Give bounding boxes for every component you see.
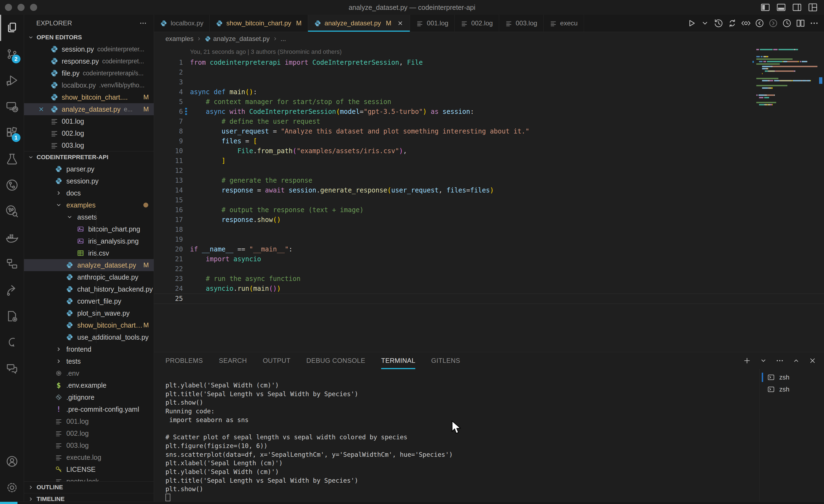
open-editor-item[interactable]: file.pycodeinterpreterapi/s... <box>24 67 154 79</box>
open-editor-item[interactable]: 002.log <box>24 127 154 139</box>
file-item[interactable]: anthropic_claude.py <box>24 271 154 283</box>
file-item[interactable]: convert_file.py <box>24 295 154 307</box>
activity-bar-item-settings[interactable] <box>0 475 24 501</box>
breadcrumb-item[interactable]: examples <box>166 35 194 42</box>
panel-tab-output[interactable]: OUTPUT <box>263 352 291 369</box>
editor-tab[interactable]: show_bitcoin_chart.pyM <box>210 15 308 32</box>
run-dropdown-icon[interactable] <box>700 18 710 28</box>
file-item[interactable]: use_additional_tools.py <box>24 331 154 343</box>
file-item[interactable]: $.env.example <box>24 379 154 391</box>
editor-tab[interactable]: analyze_dataset.pyM <box>308 15 410 32</box>
file-item[interactable]: bitcoin_chart.png <box>24 223 154 235</box>
file-item[interactable]: plot_sin_wave.py <box>24 307 154 319</box>
panel-tab-search[interactable]: SEARCH <box>219 352 247 369</box>
open-editor-item[interactable]: response.pycodeinterpret... <box>24 55 154 67</box>
layout-grid-icon[interactable] <box>808 2 818 13</box>
open-editor-item[interactable]: analyze_dataset.pye...M <box>24 103 154 115</box>
file-item[interactable]: 001.log <box>24 415 154 427</box>
activity-bar-item-explorer[interactable] <box>0 15 24 41</box>
activity-bar-item-docker[interactable] <box>0 224 24 250</box>
terminal-output[interactable]: plt.ylabel('Sepal Width (cm)')plt.title(… <box>154 369 759 502</box>
file-item[interactable]: LICENSE <box>24 463 154 475</box>
editor-tab[interactable]: execu <box>544 15 584 32</box>
editor-tab[interactable]: 001.log <box>410 15 454 32</box>
editor-tab[interactable]: localbox.py <box>154 15 210 32</box>
activity-bar-item-run-and-debug[interactable] <box>0 67 24 93</box>
activity-bar-item-code-runner[interactable] <box>0 303 24 329</box>
sync-changes-icon[interactable] <box>727 18 737 28</box>
close-editor-icon[interactable] <box>38 106 50 113</box>
zoom-window-button[interactable] <box>30 4 37 11</box>
run-button-icon[interactable] <box>687 18 696 28</box>
panel-bottom-icon[interactable] <box>776 2 786 13</box>
terminal-list-item[interactable]: zsh <box>759 383 824 395</box>
activity-bar-item-testing[interactable] <box>0 146 24 172</box>
close-icon[interactable] <box>38 106 45 113</box>
terminal-profile-dropdown-icon[interactable] <box>759 356 768 365</box>
file-item[interactable]: iris_analysis.png <box>24 235 154 247</box>
breadcrumb-item[interactable]: ... <box>281 35 286 42</box>
folder-item[interactable]: examples <box>24 199 154 211</box>
panel-tab-debug-console[interactable]: DEBUG CONSOLE <box>306 352 365 369</box>
open-changes-icon[interactable] <box>741 18 751 28</box>
editor-tab[interactable]: 003.log <box>499 15 544 32</box>
file-item[interactable]: .env <box>24 367 154 379</box>
new-terminal-icon[interactable] <box>743 356 751 365</box>
file-item[interactable]: 003.log <box>24 439 154 451</box>
file-item[interactable]: poetry.lock <box>24 475 154 481</box>
activity-bar-item-hierarchy[interactable] <box>0 250 24 277</box>
terminal-list-item[interactable]: zsh <box>759 371 824 383</box>
timeline-header[interactable]: TIMELINE <box>24 493 154 502</box>
timeline-icon[interactable] <box>782 18 792 28</box>
close-tab-icon[interactable] <box>397 20 404 27</box>
close-panel-icon[interactable] <box>808 356 817 365</box>
activity-bar-item-live-share[interactable] <box>0 277 24 303</box>
panel-tab-terminal[interactable]: TERMINAL <box>381 352 415 369</box>
activity-bar-item-git-graph[interactable] <box>0 172 24 198</box>
maximize-panel-icon[interactable] <box>792 356 801 365</box>
open-editor-item[interactable]: 003.log <box>24 139 154 151</box>
panel-tab-gitlens[interactable]: GITLENS <box>431 352 460 369</box>
activity-bar-item-accounts[interactable] <box>0 448 24 475</box>
panel-tab-problems[interactable]: PROBLEMS <box>166 352 203 369</box>
panel-right-icon[interactable] <box>792 2 802 13</box>
close-window-button[interactable] <box>5 4 12 11</box>
split-editor-icon[interactable] <box>796 18 805 28</box>
file-item[interactable]: parser.py <box>24 163 154 175</box>
panel-more-icon[interactable] <box>776 356 784 365</box>
remote-indicator[interactable] <box>0 502 17 504</box>
open-editor-item[interactable]: 001.log <box>24 115 154 127</box>
folder-item[interactable]: docs <box>24 187 154 199</box>
folder-item[interactable]: frontend <box>24 343 154 355</box>
breadcrumb-item[interactable]: analyze_dataset.py <box>213 35 270 42</box>
activity-bar-item-source-control[interactable]: 2 <box>0 41 24 67</box>
activity-bar-item-remote-explorer[interactable] <box>0 93 24 120</box>
open-editors-header[interactable]: OPEN EDITORS <box>24 32 154 43</box>
activity-bar-item-extensions[interactable]: 1 <box>0 120 24 146</box>
file-item[interactable]: 002.log <box>24 427 154 439</box>
minimap[interactable] <box>755 49 814 322</box>
next-change-icon[interactable] <box>768 18 778 28</box>
file-item[interactable]: session.py <box>24 175 154 187</box>
file-item[interactable]: chat_history_backend.py <box>24 283 154 295</box>
explorer-more-actions-icon[interactable] <box>139 19 147 27</box>
activity-bar-item-comments[interactable] <box>0 356 24 382</box>
panel-left-icon[interactable] <box>760 2 770 13</box>
minimize-window-button[interactable] <box>17 4 24 11</box>
editor-tab[interactable]: 002.log <box>454 15 499 32</box>
file-item[interactable]: .gitignore <box>24 391 154 403</box>
file-item[interactable]: iris.csv <box>24 247 154 259</box>
file-item[interactable]: analyze_dataset.pyM <box>24 259 154 271</box>
file-item[interactable]: show_bitcoin_chart.pyM <box>24 319 154 331</box>
previous-change-icon[interactable] <box>755 18 764 28</box>
open-editor-item[interactable]: session.pycodeinterpreter... <box>24 43 154 55</box>
code-editor[interactable]: You, 21 seconds ago | 3 authors (Shroomi… <box>154 45 824 352</box>
file-item[interactable]: !.pre-commit-config.yaml <box>24 403 154 415</box>
activity-bar-item-gitlens-search[interactable] <box>0 198 24 224</box>
project-section-header[interactable]: CODEINTERPRETER-API <box>24 151 154 163</box>
open-editor-item[interactable]: show_bitcoin_chart....M <box>24 91 154 103</box>
folder-item[interactable]: tests <box>24 355 154 367</box>
more-actions-icon[interactable] <box>809 18 819 28</box>
history-icon[interactable] <box>714 18 724 28</box>
activity-bar-item-gitlens[interactable] <box>0 329 24 356</box>
